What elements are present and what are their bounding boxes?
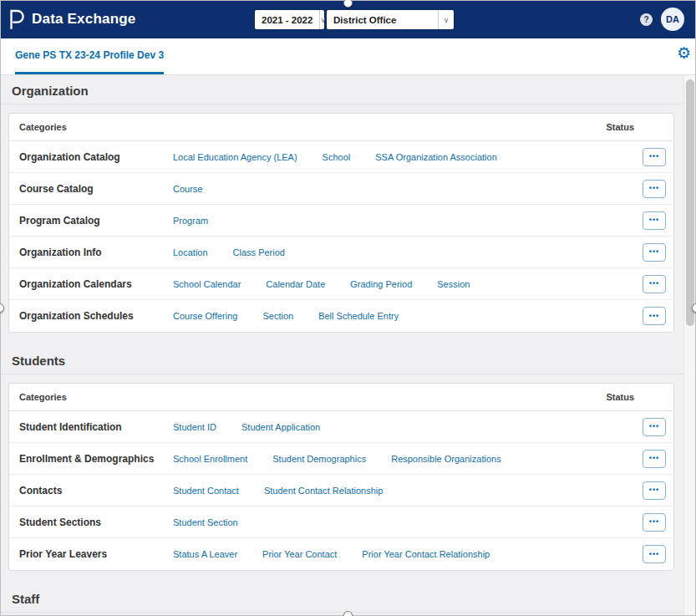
organization-card: Categories Status Organization Catalog L…: [8, 113, 674, 333]
section-title-organization: Organization: [0, 84, 696, 104]
settings-gear-icon[interactable]: ⚙: [677, 45, 691, 61]
vertical-scrollbar[interactable]: [683, 75, 696, 616]
category-label: Course Catalog: [19, 183, 173, 195]
category-link[interactable]: Class Period: [233, 247, 285, 257]
table-row: Course Catalog Course •••: [9, 173, 673, 205]
category-link[interactable]: School Enrollment: [173, 454, 247, 464]
profile-tabbar: Gene PS TX 23-24 Profile Dev 3 ⚙: [0, 38, 696, 75]
category-links: Student Section: [173, 517, 643, 527]
scrollbar-thumb[interactable]: [686, 79, 694, 326]
category-link[interactable]: Session: [437, 279, 470, 289]
table-row: Enrollment & Demographics School Enrollm…: [9, 443, 673, 475]
table-row: Organization Schedules Course Offering S…: [9, 300, 673, 332]
category-link[interactable]: Student Demographics: [272, 454, 366, 464]
table-row: Prior Year Leavers Status A Leaver Prior…: [9, 538, 673, 570]
category-links: School Calendar Calendar Date Grading Pe…: [173, 279, 643, 289]
table-row: Organization Calendars School Calendar C…: [9, 268, 673, 300]
app-title: Data Exchange: [32, 11, 135, 28]
category-link[interactable]: Responsible Organizations: [391, 454, 500, 464]
row-actions-button[interactable]: •••: [643, 180, 666, 198]
category-link[interactable]: Local Education Agency (LEA): [173, 152, 297, 162]
avatar[interactable]: DA: [661, 8, 684, 31]
category-link[interactable]: Location: [173, 247, 208, 257]
category-label: Organization Catalog: [19, 151, 173, 163]
category-link[interactable]: Bell Schedule Entry: [318, 311, 399, 321]
ellipsis-icon: •••: [649, 518, 659, 526]
category-link[interactable]: Student ID: [173, 422, 216, 432]
status-cell: •••: [643, 275, 666, 293]
category-link[interactable]: Course: [173, 184, 202, 194]
category-label: Student Sections: [19, 517, 173, 528]
category-label: Organization Schedules: [19, 310, 173, 322]
status-cell: •••: [643, 513, 666, 532]
ellipsis-icon: •••: [649, 185, 659, 192]
category-links: Location Class Period: [173, 247, 643, 257]
table-row: Student Sections Student Section •••: [9, 507, 673, 538]
row-actions-button[interactable]: •••: [643, 418, 666, 436]
row-actions-button[interactable]: •••: [643, 307, 666, 325]
category-label: Prior Year Leavers: [19, 548, 173, 560]
school-year-value: 2021 - 2022: [255, 15, 319, 25]
category-links: Program: [173, 216, 643, 226]
ellipsis-icon: •••: [649, 423, 659, 430]
category-link[interactable]: Student Section: [173, 517, 238, 527]
row-actions-button[interactable]: •••: [643, 243, 666, 262]
category-link[interactable]: Status A Leaver: [173, 549, 237, 559]
category-link[interactable]: Prior Year Contact: [262, 549, 337, 559]
category-link[interactable]: Course Offering: [173, 311, 237, 321]
category-link[interactable]: SSA Organization Association: [375, 152, 497, 162]
ellipsis-icon: •••: [649, 486, 659, 494]
row-actions-button[interactable]: •••: [643, 275, 666, 293]
category-links: Course Offering Section Bell Schedule En…: [173, 311, 643, 321]
status-cell: •••: [643, 418, 666, 436]
row-actions-button[interactable]: •••: [643, 211, 666, 230]
selection-handle-bottom[interactable]: [343, 611, 353, 616]
status-column-header: Status: [606, 122, 634, 132]
category-link[interactable]: Prior Year Contact Relationship: [362, 549, 490, 559]
row-actions-button[interactable]: •••: [643, 148, 666, 166]
row-actions-button[interactable]: •••: [643, 513, 666, 532]
chevron-down-icon: ∨: [438, 10, 454, 29]
school-context-dropdown[interactable]: District Office ∨: [327, 10, 454, 29]
category-link[interactable]: Calendar Date: [266, 279, 325, 289]
selection-handle-right[interactable]: [692, 303, 696, 313]
powerschool-logo-icon: [8, 8, 26, 30]
card-header: Categories Status: [9, 384, 673, 411]
status-cell: •••: [643, 148, 666, 166]
category-links: Student Contact Student Contact Relation…: [173, 486, 643, 496]
row-actions-button[interactable]: •••: [643, 481, 666, 500]
status-cell: •••: [643, 243, 666, 262]
category-link[interactable]: Student Contact Relationship: [264, 486, 383, 496]
row-actions-button[interactable]: •••: [643, 545, 666, 563]
category-link[interactable]: School Calendar: [173, 279, 241, 289]
category-label: Organization Info: [19, 247, 173, 258]
table-row: Program Catalog Program •••: [9, 205, 673, 237]
category-link[interactable]: Student Contact: [173, 486, 239, 496]
category-links: Student ID Student Application: [173, 422, 643, 432]
category-link[interactable]: School: [323, 152, 351, 162]
main-content: Organization Categories Status Organizat…: [0, 84, 696, 613]
ellipsis-icon: •••: [649, 248, 659, 256]
school-year-dropdown[interactable]: 2021 - 2022 ∨: [255, 10, 324, 29]
chevron-down-icon: ∨: [319, 10, 326, 29]
tab-profile[interactable]: Gene PS TX 23-24 Profile Dev 3: [15, 38, 164, 74]
category-links: Status A Leaver Prior Year Contact Prior…: [173, 549, 643, 559]
status-cell: •••: [643, 211, 666, 230]
category-link[interactable]: Section: [262, 311, 293, 321]
table-row: Student Identification Student ID Studen…: [9, 411, 673, 443]
ellipsis-icon: •••: [649, 153, 659, 160]
category-link[interactable]: Program: [173, 216, 208, 226]
category-link[interactable]: Student Application: [241, 422, 320, 432]
category-label: Contacts: [19, 485, 173, 496]
category-link[interactable]: Grading Period: [350, 279, 412, 289]
status-cell: •••: [643, 180, 666, 198]
category-links: School Enrollment Student Demographics R…: [173, 454, 643, 464]
status-cell: •••: [643, 545, 666, 563]
category-label: Student Identification: [19, 421, 173, 433]
help-icon[interactable]: ?: [640, 13, 653, 26]
students-card: Categories Status Student Identification…: [8, 383, 674, 571]
ellipsis-icon: •••: [649, 216, 659, 224]
status-cell: •••: [643, 450, 666, 468]
row-actions-button[interactable]: •••: [643, 450, 666, 468]
ellipsis-icon: •••: [649, 455, 659, 462]
